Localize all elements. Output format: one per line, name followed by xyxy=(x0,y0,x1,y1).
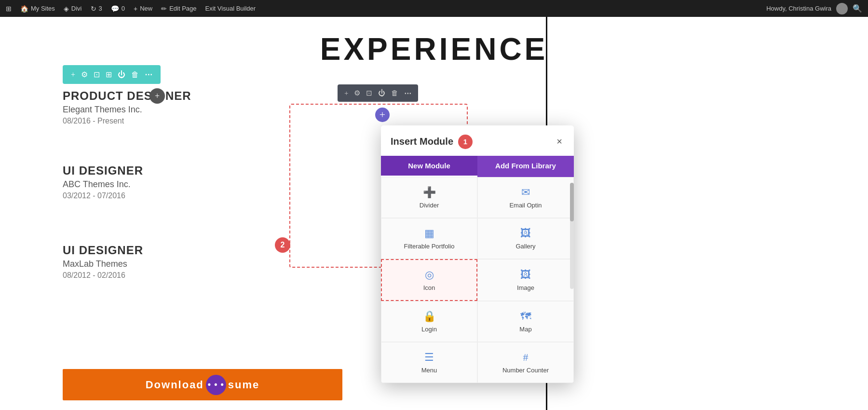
module-label-login: Login xyxy=(421,326,437,333)
comments-menu[interactable]: 💬 0 xyxy=(111,5,125,13)
module-cell-map[interactable]: 🗺 Map xyxy=(477,301,574,342)
house-icon: 🏠 xyxy=(20,5,28,13)
panel-badge-1: 1 xyxy=(458,135,473,149)
edit-page-link[interactable]: ✏ Edit Page xyxy=(161,5,196,13)
filterable-portfolio-icon: ▦ xyxy=(424,227,434,240)
download-text-after: sume xyxy=(228,379,259,391)
module-label-menu: Menu xyxy=(421,367,437,374)
dots-overlay: • • • xyxy=(206,375,226,395)
job-dates-3: 08/2012 - 02/2016 xyxy=(63,271,143,280)
module-toggle-btn[interactable]: ⏻ xyxy=(376,88,387,98)
avatar xyxy=(836,3,848,14)
module-label-divider: Divider xyxy=(420,202,439,209)
divider-icon: ➕ xyxy=(423,186,436,199)
divi-menu[interactable]: ◈ Divi xyxy=(64,5,82,13)
module-label-icon: Icon xyxy=(423,284,435,291)
toggle-btn[interactable]: ⏻ xyxy=(115,69,128,80)
wp-logo[interactable]: ⊞ xyxy=(6,5,12,13)
refresh-icon: ↻ xyxy=(91,5,96,13)
image-module-icon: 🖼 xyxy=(520,269,531,281)
delete-btn[interactable]: 🗑 xyxy=(129,69,141,80)
module-settings-btn[interactable]: ⚙ xyxy=(352,88,362,98)
duplicate-btn[interactable]: ⊡ xyxy=(91,69,102,80)
job-company-3: MaxLab Themes xyxy=(63,259,143,269)
updates-menu[interactable]: ↻ 3 xyxy=(91,5,102,13)
panel-scrollbar-thumb xyxy=(570,183,574,221)
module-cell-divider[interactable]: ➕ Divider xyxy=(381,177,477,218)
user-greeting: Howdy, Christina Gwira xyxy=(766,5,831,12)
menu-module-icon: ☰ xyxy=(424,351,434,364)
job-company-2: ABC Themes Inc. xyxy=(63,179,143,190)
login-icon: 🔒 xyxy=(423,310,436,323)
search-icon[interactable]: 🔍 xyxy=(853,4,862,13)
panel-header-left: Insert Module 1 xyxy=(391,135,473,149)
module-label-filterable-portfolio: Filterable Portfolio xyxy=(404,243,455,250)
module-add-btn[interactable]: + xyxy=(342,88,350,98)
module-cell-email-optin[interactable]: ✉ Email Optin xyxy=(477,177,574,218)
download-text-before: Download xyxy=(146,379,204,391)
tab-add-from-library[interactable]: Add From Library xyxy=(477,156,574,177)
divi-icon: ◈ xyxy=(64,5,69,13)
more-btn[interactable]: ⋯ xyxy=(142,69,155,80)
module-cell-number-counter[interactable]: # Number Counter xyxy=(477,342,574,383)
pencil-icon: ✏ xyxy=(161,5,167,13)
add-btn[interactable]: + xyxy=(68,69,78,80)
job-title-3: UI DESIGNER xyxy=(63,244,143,257)
module-grid: ➕ Divider ✉ Email Optin ▦ Filterable Por… xyxy=(381,177,574,383)
green-toolbar: + ⚙ ⊡ ⊞ ⏻ 🗑 ⋯ xyxy=(63,65,161,84)
job-title-1: PRODUCT DESIGNER xyxy=(63,89,191,103)
module-cell-gallery[interactable]: 🖼 Gallery xyxy=(477,218,574,259)
panel-header: Insert Module 1 × xyxy=(381,125,574,149)
module-cell-icon[interactable]: ◎ Icon xyxy=(381,259,477,301)
panel-tabs: New Module Add From Library xyxy=(381,156,574,177)
job-entry-2: UI DESIGNER ABC Themes Inc. 03/2012 - 07… xyxy=(63,164,143,200)
job-dates-1: 08/2016 - Present xyxy=(63,117,191,125)
module-duplicate-btn[interactable]: ⊡ xyxy=(364,88,374,98)
insert-module-btn[interactable]: + xyxy=(374,106,391,123)
module-label-number-counter: Number Counter xyxy=(502,367,549,374)
gallery-icon: 🖼 xyxy=(520,227,531,240)
panel-scrollbar[interactable] xyxy=(570,183,574,289)
module-more-btn[interactable]: ⋯ xyxy=(402,88,413,98)
exit-visual-builder-link[interactable]: Exit Visual Builder xyxy=(205,5,256,12)
insert-module-panel: Insert Module 1 × New Module Add From Li… xyxy=(381,125,574,383)
module-toolbar: + ⚙ ⊡ ⏻ 🗑 ⋯ xyxy=(338,84,418,102)
number-counter-icon: # xyxy=(523,351,529,364)
admin-bar: ⊞ 🏠 My Sites ◈ Divi ↻ 3 💬 0 + New ✏ Edit… xyxy=(0,0,868,17)
map-icon: 🗺 xyxy=(520,310,531,323)
job-dates-2: 03/2012 - 07/2016 xyxy=(63,191,143,200)
module-label-image: Image xyxy=(517,284,534,291)
admin-bar-right: Howdy, Christina Gwira 🔍 xyxy=(766,3,862,14)
page-content: EXPERIENCE + ⚙ ⊡ ⊞ ⏻ 🗑 ⋯ + PRODUCT DESIG… xyxy=(0,17,868,410)
panel-close-btn[interactable]: × xyxy=(555,134,564,149)
panel-title: Insert Module xyxy=(391,136,453,147)
step-badge-2: 2 xyxy=(275,237,290,253)
my-sites-menu[interactable]: 🏠 My Sites xyxy=(20,5,55,13)
add-section-btn[interactable]: + xyxy=(149,88,165,104)
module-delete-btn[interactable]: 🗑 xyxy=(389,88,400,98)
module-cell-menu[interactable]: ☰ Menu xyxy=(381,342,477,383)
job-company-1: Elegant Themes Inc. xyxy=(63,105,191,115)
download-resume-button[interactable]: Download • • • sume xyxy=(63,369,342,400)
tab-new-module[interactable]: New Module xyxy=(381,156,477,177)
plus-icon: + xyxy=(134,5,137,13)
module-cell-login[interactable]: 🔒 Login xyxy=(381,301,477,342)
job-entry-3: UI DESIGNER MaxLab Themes 08/2012 - 02/2… xyxy=(63,244,143,280)
job-title-2: UI DESIGNER xyxy=(63,164,143,178)
module-label-map: Map xyxy=(519,326,531,333)
job-entry-1: PRODUCT DESIGNER Elegant Themes Inc. 08/… xyxy=(63,89,191,125)
new-menu[interactable]: + New xyxy=(134,5,152,13)
module-label-gallery: Gallery xyxy=(515,243,535,250)
module-cell-image[interactable]: 🖼 Image xyxy=(477,259,574,301)
comment-icon: 💬 xyxy=(111,5,119,13)
module-label-email-optin: Email Optin xyxy=(509,202,542,209)
email-optin-icon: ✉ xyxy=(521,186,530,199)
icon-module-icon: ◎ xyxy=(425,269,434,281)
columns-btn[interactable]: ⊞ xyxy=(103,69,114,80)
settings-btn[interactable]: ⚙ xyxy=(79,69,90,80)
module-cell-filterable-portfolio[interactable]: ▦ Filterable Portfolio xyxy=(381,218,477,259)
wp-icon: ⊞ xyxy=(6,5,12,13)
dots-icon: • • • xyxy=(208,380,224,390)
